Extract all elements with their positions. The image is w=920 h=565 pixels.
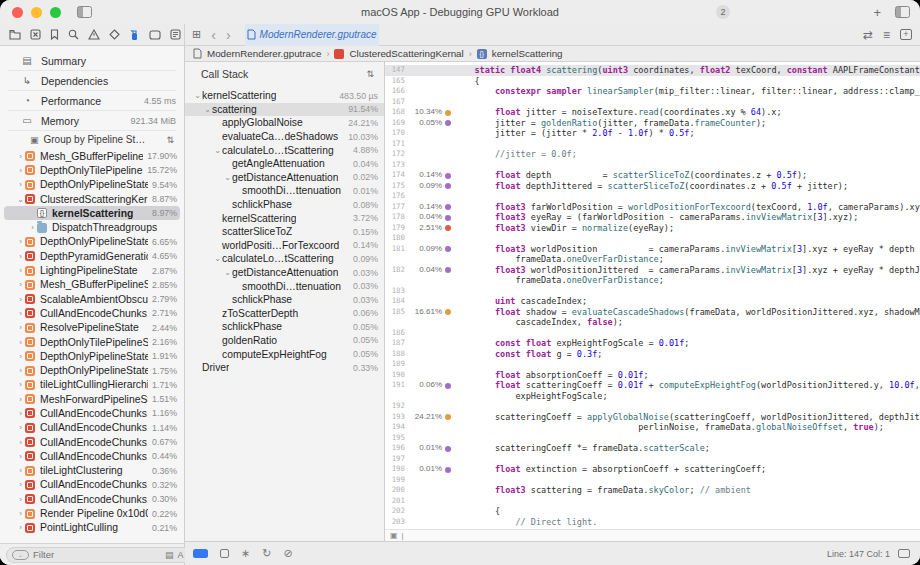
code-line[interactable]: 184 uint cascadeIndex; [385, 296, 920, 307]
code-line[interactable]: 170 jitter = (jitter * 2.0f - 1.0f) * 0.… [385, 128, 920, 139]
code-line[interactable]: 172 //jitter = 0.0f; [385, 149, 920, 160]
filter-recent-icon[interactable]: ▤ [165, 550, 174, 560]
code-line[interactable]: 1740.14% float depth = scatterSliceToZ(c… [385, 170, 920, 181]
gpu-counters-icon[interactable]: ⊘ [283, 547, 292, 560]
disclosure-icon[interactable]: › [16, 438, 25, 447]
code-line[interactable]: 1910.06% float scatteringCoeff = 0.01f +… [385, 380, 920, 391]
code-line[interactable]: 186 [385, 328, 920, 339]
disclosure-icon[interactable]: ⌄ [16, 195, 25, 204]
filter-scope-icon[interactable]: ⌄ [12, 550, 29, 560]
code-line[interactable]: 19324.21% scatteringCoeff = applyGlobalN… [385, 412, 920, 423]
zoom-window-button[interactable] [50, 7, 61, 18]
code-line[interactable]: 1960.01% scatteringCoeff *= frameData.sc… [385, 443, 920, 454]
disclosure-icon[interactable]: › [16, 366, 25, 375]
disclosure-icon[interactable]: › [16, 409, 25, 418]
bookmark-navigator-icon[interactable] [50, 29, 59, 40]
pipeline-row[interactable]: ›Render Pipeline 0x10d0…0.22% [0, 506, 184, 520]
disclosure-icon[interactable]: › [16, 495, 25, 504]
code-line[interactable]: 166 constexpr sampler linearSampler(mip_… [385, 86, 920, 97]
disclosure-icon[interactable]: ⌄ [213, 146, 222, 155]
pipeline-row[interactable]: ›CullAndEncodeChunks…2.71% [0, 306, 184, 320]
disclosure-icon[interactable]: › [16, 395, 25, 404]
code-line[interactable]: 1792.51% float3 viewDir = normalize(eyeR… [385, 223, 920, 234]
call-stack-sort-icon[interactable]: ⇅ [366, 69, 374, 79]
code-line[interactable]: 189 [385, 359, 920, 370]
sidebar-item-summary[interactable]: ▤Summary [8, 51, 176, 71]
pipeline-row[interactable]: ›Mesh_GBufferPipeline…17.90% [0, 149, 184, 163]
code-line[interactable]: 1820.04% float3 worldPositionJittered = … [385, 265, 920, 276]
callstack-row[interactable]: scatterSliceToZ0.15% [185, 225, 384, 239]
report-navigator-icon[interactable] [170, 29, 181, 40]
sidebar-item-memory[interactable]: ▭Memory921.34 MiB [8, 111, 176, 131]
code-line[interactable]: 190 float absorptionCoeff = 0.01f; [385, 370, 920, 381]
code-line[interactable]: 1770.14% float3 farWorldPosition = world… [385, 202, 920, 213]
callstack-row[interactable]: ⌄calculateLo…tScattering4.88% [185, 143, 384, 157]
callstack-row[interactable]: ⌄getDistanceAttenuation0.03% [185, 266, 384, 280]
code-line[interactable]: 200 float3 scattering = frameData.skyCol… [385, 485, 920, 496]
callstack-row[interactable]: smoothDi…ttenuation0.01% [185, 184, 384, 198]
code-line[interactable]: 165 { [385, 76, 920, 87]
disclosure-icon[interactable]: › [16, 323, 25, 332]
add-tab-icon[interactable]: + [873, 5, 881, 20]
pipeline-row[interactable]: ›DepthPyramidGeneration4.65% [0, 249, 184, 263]
callstack-row[interactable]: ⌄getDistanceAttenuation0.02% [185, 171, 384, 185]
callstack-row[interactable]: worldPositi…ForTexcoord0.14% [185, 239, 384, 253]
pipeline-row[interactable]: ›DepthOnlyTilePipeline…15.72% [0, 163, 184, 177]
code-line[interactable]: 1780.04% float3 eyeRay = (farWorldPositi… [385, 212, 920, 223]
code-line-wrap[interactable]: expHeightFogScale; [385, 391, 920, 402]
code-line[interactable]: 203 // Direct light. [385, 517, 920, 528]
pipeline-row[interactable]: ›CullAndEncodeChunks…0.30% [0, 492, 184, 506]
disclosure-icon[interactable]: › [28, 223, 37, 232]
pipeline-row[interactable]: ⌄ClusteredScatteringKer…8.87% [0, 192, 184, 206]
callstack-row[interactable]: computeExpHeightFog0.05% [185, 347, 384, 361]
reload-icon[interactable]: ↻ [262, 547, 271, 560]
callstack-row[interactable]: smoothDi…ttenuation0.03% [185, 279, 384, 293]
code-review-icon[interactable]: ⇄ [863, 28, 873, 42]
find-navigator-icon[interactable] [68, 29, 79, 40]
callstack-row[interactable]: schlickPhase0.08% [185, 198, 384, 212]
callstack-row[interactable]: kernelScattering3.72% [185, 211, 384, 225]
test-navigator-icon[interactable] [109, 29, 120, 40]
callstack-row[interactable]: getAngleAttenuation0.04% [185, 157, 384, 171]
sidebar-item-dependencies[interactable]: ↳Dependencies [8, 71, 176, 91]
disclosure-icon[interactable]: › [16, 309, 25, 318]
adjust-editor-icon[interactable]: ≡ [883, 28, 890, 42]
disclosure-icon[interactable]: › [16, 180, 25, 189]
disclosure-icon[interactable]: ⌄ [223, 173, 232, 182]
pipeline-row[interactable]: ›LightingPipelineState2.87% [0, 263, 184, 277]
callstack-row[interactable]: schlickPhase0.05% [185, 320, 384, 334]
code-line[interactable]: 1750.09% float depthJittered = scatterSl… [385, 181, 920, 192]
callstack-row[interactable]: goldenRatio0.05% [185, 334, 384, 348]
forward-icon[interactable]: › [226, 25, 231, 45]
code-line[interactable]: 16810.34% float jitter = noiseTexture.re… [385, 107, 920, 118]
disclosure-icon[interactable]: › [16, 452, 25, 461]
disclosure-icon[interactable]: › [16, 152, 25, 161]
filter-field[interactable]: ⌄ ▤ A ➤ [6, 547, 200, 563]
code-line[interactable]: 202 { [385, 506, 920, 517]
sidebar-toggle-icon[interactable] [77, 6, 92, 18]
code-line[interactable]: 1810.09% float3 worldPosition = cameraPa… [385, 244, 920, 255]
disclosure-icon[interactable]: ⌄ [203, 105, 212, 114]
disclosure-icon[interactable]: › [16, 509, 25, 518]
breadcrumb-item-function[interactable]: kernelScattering [492, 48, 563, 59]
add-editor-icon[interactable]: + [900, 29, 912, 40]
disclosure-icon[interactable]: › [16, 237, 25, 246]
pipeline-row[interactable]: ›CullAndEncodeChunks…1.14% [0, 421, 184, 435]
back-icon[interactable]: ‹ [211, 25, 216, 45]
debug-navigator-icon[interactable] [129, 29, 140, 41]
callstack-row[interactable]: schlickPhase0.03% [185, 293, 384, 307]
disclosure-icon[interactable]: › [16, 266, 25, 275]
pipeline-row[interactable]: ›CullAndEncodeChunks…0.67% [0, 435, 184, 449]
tab-modernrenderer-gputrace[interactable]: ModernRenderer.gputrace [245, 24, 379, 46]
breadcrumb-item-kernel[interactable]: ClusteredScatteringKernal [349, 48, 463, 59]
disclosure-icon[interactable]: › [16, 280, 25, 289]
code-line[interactable]: 201 [385, 496, 920, 507]
pipeline-row[interactable]: ›CullAndEncodeChunks…0.44% [0, 449, 184, 463]
pipeline-row[interactable]: ›ResolvePipelineState2.44% [0, 321, 184, 335]
code-line[interactable]: 167 [385, 97, 920, 108]
code-line[interactable]: 171 [385, 139, 920, 150]
disclosure-icon[interactable]: › [16, 466, 25, 475]
pipeline-row[interactable]: {}kernelScattering8.97% [4, 206, 180, 220]
close-window-button[interactable] [12, 7, 23, 18]
pipeline-row[interactable]: ›tileLightCullingHierarchi…1.71% [0, 378, 184, 392]
